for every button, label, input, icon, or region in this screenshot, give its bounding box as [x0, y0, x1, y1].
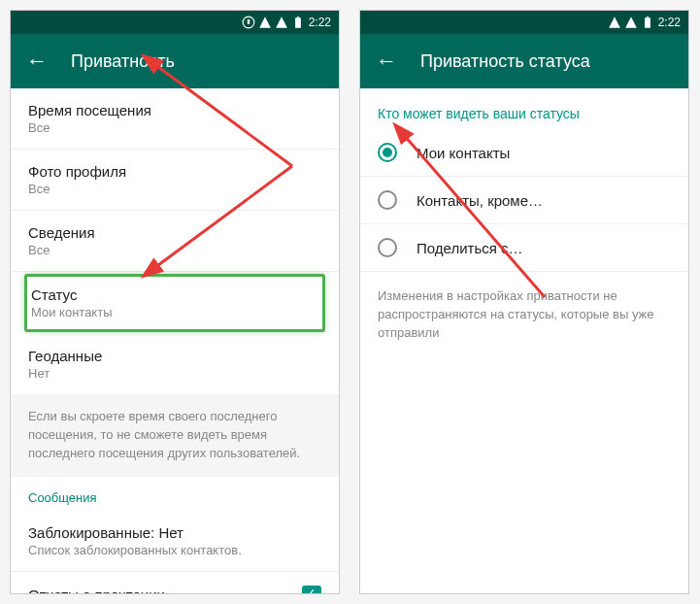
svg-rect-2	[295, 17, 301, 27]
status-bar: 2:22	[11, 11, 339, 34]
page-title: Приватность	[71, 51, 175, 72]
setting-last-seen[interactable]: Время посещения Все	[11, 88, 339, 150]
phone-screen-privacy: 2:22 ← Приватность Время посещения Все Ф…	[10, 10, 340, 594]
notification-icon	[242, 16, 255, 29]
back-arrow-icon[interactable]: ←	[376, 49, 397, 74]
setting-title: Сведения	[28, 224, 321, 241]
battery-icon	[641, 16, 654, 29]
setting-subtitle: Список заблокированных контактов.	[28, 543, 321, 557]
privacy-note: Изменения в настройках приватности не ра…	[360, 272, 688, 358]
radio-contacts-except[interactable]: Контакты, кроме…	[360, 177, 688, 224]
radio-unselected-icon[interactable]	[378, 238, 397, 257]
setting-live-location[interactable]: Геоданные Нет	[11, 334, 339, 394]
radio-label: Поделиться с…	[417, 240, 523, 256]
section-messages: Сообщения	[11, 477, 339, 511]
radio-unselected-icon[interactable]	[378, 190, 397, 210]
page-title: Приватность статуса	[420, 51, 590, 72]
setting-title: Отчеты о прочтении	[28, 587, 165, 594]
setting-title: Фото профиля	[28, 163, 321, 180]
setting-value: Все	[28, 120, 321, 135]
svg-rect-7	[646, 17, 648, 17]
settings-list: Время посещения Все Фото профиля Все Све…	[11, 88, 339, 594]
signal-icon	[608, 16, 621, 29]
status-privacy-content: Кто может видеть ваши статусы Мои контак…	[360, 88, 688, 358]
radio-share-with[interactable]: Поделиться с…	[360, 224, 688, 272]
setting-value: Все	[28, 182, 321, 196]
app-bar: ← Приватность статуса	[360, 34, 688, 88]
svg-rect-3	[296, 17, 298, 17]
status-icons	[608, 16, 654, 29]
status-time: 2:22	[658, 16, 681, 29]
setting-title: Геоданные	[28, 348, 321, 364]
back-arrow-icon[interactable]: ←	[26, 49, 48, 74]
phone-screen-status-privacy: 2:22 ← Приватность статуса Кто может вид…	[359, 10, 689, 594]
wifi-icon	[624, 16, 638, 29]
signal-icon	[258, 16, 272, 29]
setting-status-highlighted[interactable]: Статус Мои контакты	[24, 274, 325, 332]
status-bar: 2:22	[360, 11, 688, 34]
wifi-icon	[275, 16, 288, 29]
app-bar: ← Приватность	[11, 34, 339, 88]
setting-blocked[interactable]: Заблокированные: Нет Список заблокирован…	[11, 511, 339, 572]
radio-label: Контакты, кроме…	[417, 192, 543, 209]
setting-value: Нет	[28, 366, 321, 381]
battery-icon	[291, 16, 305, 29]
setting-read-receipts[interactable]: Отчеты о прочтении	[11, 572, 339, 594]
svg-rect-6	[645, 17, 650, 27]
info-text: Если вы скроете время своего последнего …	[11, 394, 339, 477]
radio-my-contacts[interactable]: Мои контакты	[360, 129, 688, 177]
setting-title: Заблокированные: Нет	[28, 524, 321, 541]
status-icons	[242, 16, 305, 29]
setting-title: Время посещения	[28, 102, 321, 118]
setting-value: Все	[28, 243, 321, 257]
status-time: 2:22	[309, 16, 331, 29]
radio-label: Мои контакты	[417, 145, 510, 161]
checkbox-checked-icon[interactable]	[302, 586, 321, 594]
radio-selected-icon[interactable]	[378, 143, 397, 162]
section-who-can-see: Кто может видеть ваши статусы	[360, 88, 688, 129]
setting-title: Статус	[31, 286, 318, 303]
setting-about[interactable]: Сведения Все	[11, 211, 339, 272]
setting-profile-photo[interactable]: Фото профиля Все	[11, 150, 339, 211]
setting-value: Мои контакты	[31, 305, 318, 319]
svg-rect-1	[247, 19, 249, 24]
